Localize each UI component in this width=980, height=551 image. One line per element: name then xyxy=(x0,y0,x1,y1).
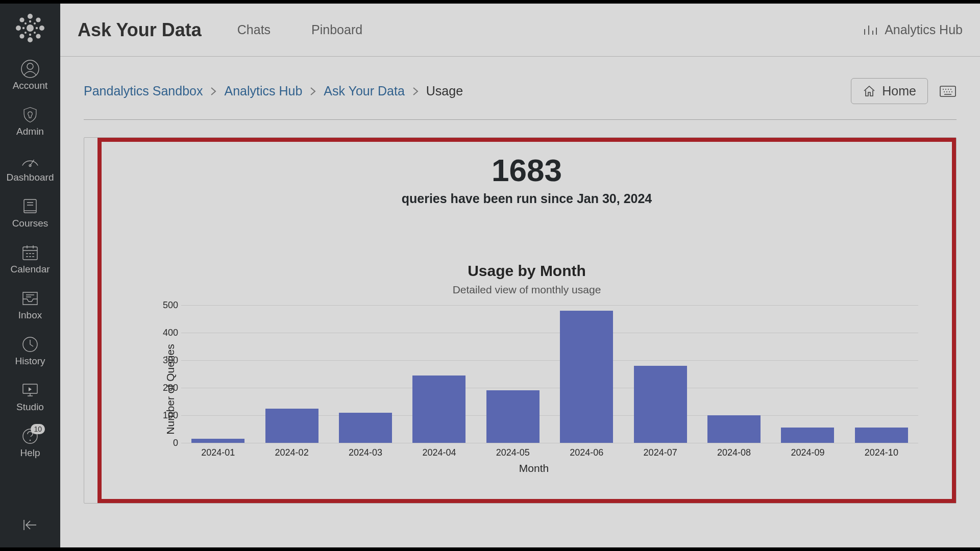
chevron-right-icon xyxy=(412,86,419,96)
highlighted-panel: 1683 queries have been run since Jan 30,… xyxy=(97,138,956,503)
breadcrumb-row: Pandalytics Sandbox Analytics Hub Ask Yo… xyxy=(60,57,980,104)
svg-point-8 xyxy=(36,34,40,38)
analytics-hub-label: Analytics Hub xyxy=(885,22,963,37)
card-outer: 1683 queries have been run since Jan 30,… xyxy=(84,137,957,504)
nav-label: Help xyxy=(20,447,40,459)
chevron-right-icon xyxy=(210,86,217,96)
bar-slot xyxy=(181,305,255,443)
content: 1683 queries have been run since Jan 30,… xyxy=(60,120,980,521)
chart: Usage by Month Detailed view of monthly … xyxy=(102,262,952,473)
calendar-icon xyxy=(21,242,39,263)
tab-pinboard[interactable]: Pinboard xyxy=(311,22,362,37)
svg-point-2 xyxy=(28,37,33,42)
nav-account[interactable]: Account xyxy=(13,59,48,91)
bar[interactable] xyxy=(781,428,834,443)
nav-label: Studio xyxy=(16,402,44,413)
bar-slot xyxy=(845,305,918,443)
user-circle-icon xyxy=(20,59,40,79)
svg-point-3 xyxy=(16,26,21,31)
svg-point-1 xyxy=(28,14,33,19)
nav-courses[interactable]: Courses xyxy=(12,196,48,229)
svg-point-12 xyxy=(36,27,38,29)
x-labels: 2024-012024-022024-032024-042024-052024-… xyxy=(181,447,918,458)
nav-admin[interactable]: Admin xyxy=(16,105,44,137)
nav-label: Calendar xyxy=(10,264,50,275)
metric-subtitle: queries have been run since Jan 30, 2024 xyxy=(102,191,952,206)
metric-value: 1683 xyxy=(102,152,952,188)
nav-label: Admin xyxy=(16,126,44,137)
nav-history[interactable]: History xyxy=(15,334,45,367)
x-tick-label: 2024-02 xyxy=(255,447,328,458)
svg-point-10 xyxy=(29,34,31,36)
x-tick-label: 2024-03 xyxy=(329,447,402,458)
keyboard-shortcuts-button[interactable] xyxy=(939,85,957,97)
bar-slot xyxy=(329,305,402,443)
x-axis-title: Month xyxy=(150,462,918,474)
svg-point-7 xyxy=(19,34,24,38)
breadcrumb-actions: Home xyxy=(851,78,957,104)
tab-chats[interactable]: Chats xyxy=(237,22,271,37)
bar[interactable] xyxy=(339,413,392,443)
bar-slot xyxy=(402,305,476,443)
svg-point-11 xyxy=(22,27,24,29)
y-tick-label: 500 xyxy=(158,300,178,311)
svg-point-0 xyxy=(27,24,34,32)
crumb-analytics-hub[interactable]: Analytics Hub xyxy=(224,84,302,98)
breadcrumb: Pandalytics Sandbox Analytics Hub Ask Yo… xyxy=(84,84,463,98)
collapse-sidebar-button[interactable] xyxy=(21,518,39,532)
nav-label: Inbox xyxy=(18,310,42,321)
x-tick-label: 2024-10 xyxy=(845,447,918,458)
analytics-hub-link[interactable]: Analytics Hub xyxy=(863,22,963,37)
nav-label: History xyxy=(15,356,45,367)
svg-point-13 xyxy=(24,22,27,24)
bar[interactable] xyxy=(412,375,465,443)
nav-studio[interactable]: Studio xyxy=(16,380,44,413)
top-bar: Ask Your Data Chats Pinboard Analytics H… xyxy=(60,4,980,57)
crumb-sandbox[interactable]: Pandalytics Sandbox xyxy=(84,84,203,98)
nav-dashboard[interactable]: Dashboard xyxy=(7,151,54,183)
bar-chart-icon xyxy=(863,24,877,36)
help-icon: 10 xyxy=(21,426,39,446)
nav-label: Account xyxy=(13,80,48,91)
x-tick-label: 2024-06 xyxy=(550,447,623,458)
bar[interactable] xyxy=(191,439,244,443)
chart-subtitle: Detailed view of monthly usage xyxy=(120,284,934,296)
nav-label: Dashboard xyxy=(7,172,54,183)
svg-point-14 xyxy=(34,22,36,24)
bar-slot xyxy=(771,305,844,443)
y-tick-label: 100 xyxy=(158,410,178,421)
svg-point-5 xyxy=(19,17,24,22)
chart-title: Usage by Month xyxy=(120,262,934,280)
chevron-right-icon xyxy=(309,86,316,96)
x-tick-label: 2024-09 xyxy=(771,447,844,458)
bar[interactable] xyxy=(855,428,908,443)
bar[interactable] xyxy=(560,311,613,443)
bar[interactable] xyxy=(265,409,318,443)
bar[interactable] xyxy=(634,366,687,443)
crumb-current: Usage xyxy=(426,84,463,98)
nav-help[interactable]: 10 Help xyxy=(20,426,40,459)
plot-area: 0100200300400500 xyxy=(181,305,918,443)
app-title: Ask Your Data xyxy=(78,19,202,41)
y-tick-label: 400 xyxy=(158,328,178,338)
nav-inbox[interactable]: Inbox xyxy=(18,288,42,321)
svg-point-16 xyxy=(34,32,36,34)
svg-point-9 xyxy=(29,20,31,22)
bar[interactable] xyxy=(486,390,540,443)
nav-calendar[interactable]: Calendar xyxy=(10,242,50,275)
home-button[interactable]: Home xyxy=(851,78,928,104)
svg-rect-26 xyxy=(940,86,955,96)
canvas-logo[interactable] xyxy=(15,13,45,43)
bar[interactable] xyxy=(707,415,761,443)
bar-slot xyxy=(623,305,697,443)
chart-plot-area: Number of Queries 0100200300400500 2024-… xyxy=(150,305,918,473)
bar-slot xyxy=(255,305,328,443)
top-tabs: Chats Pinboard xyxy=(237,22,362,37)
crumb-ask-your-data[interactable]: Ask Your Data xyxy=(324,84,404,98)
x-tick-label: 2024-04 xyxy=(402,447,476,458)
svg-point-6 xyxy=(36,17,40,22)
svg-point-18 xyxy=(27,63,33,69)
x-tick-label: 2024-01 xyxy=(181,447,255,458)
book-icon xyxy=(22,196,38,217)
svg-point-15 xyxy=(24,32,27,34)
